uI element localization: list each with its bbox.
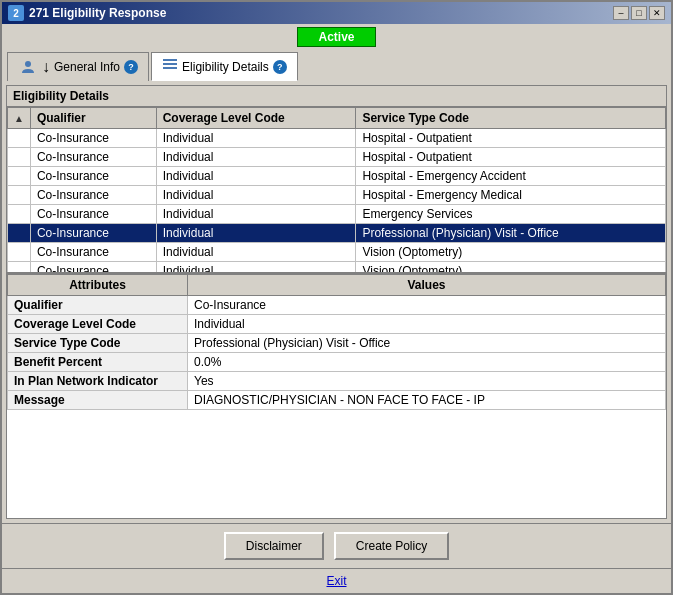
eligibility-panel: Eligibility Details ▲ Q [6, 85, 667, 519]
row-coverage: Individual [156, 148, 356, 167]
window-icon: 2 [8, 5, 24, 21]
table-section: ▲ Qualifier Coverage Level Code [7, 107, 666, 272]
tab-eligibility-details-label: Eligibility Details [182, 60, 269, 74]
row-sort-cell [8, 224, 31, 243]
attr-value: 0.0% [188, 353, 666, 372]
create-policy-button[interactable]: Create Policy [334, 532, 449, 560]
disclaimer-button[interactable]: Disclaimer [224, 532, 324, 560]
row-service: Hospital - Outpatient [356, 129, 666, 148]
svg-rect-3 [163, 67, 177, 69]
status-bar: Active [2, 24, 671, 50]
qualifier-col-header[interactable]: Qualifier [30, 108, 156, 129]
list-icon [162, 57, 178, 76]
row-sort-cell [8, 186, 31, 205]
row-qualifier: Co-Insurance [30, 186, 156, 205]
row-service: Vision (Optometry) [356, 243, 666, 262]
exit-bar: Exit [2, 568, 671, 593]
row-service: Professional (Physician) Visit - Office [356, 224, 666, 243]
values-header: Values [188, 275, 666, 296]
table-row[interactable]: Co-Insurance Individual Emergency Servic… [8, 205, 666, 224]
attributes-section: Attributes Values Qualifier Co-Insurance… [7, 272, 666, 518]
row-coverage: Individual [156, 243, 356, 262]
title-bar-buttons: – □ ✕ [613, 6, 665, 20]
attr-name: Benefit Percent [8, 353, 188, 372]
row-sort-cell [8, 262, 31, 273]
main-window: 2 271 Eligibility Response – □ ✕ Active … [0, 0, 673, 595]
sort-col-header[interactable]: ▲ [8, 108, 31, 129]
attr-row: Service Type Code Professional (Physicia… [8, 334, 666, 353]
row-service: Hospital - Outpatient [356, 148, 666, 167]
row-coverage: Individual [156, 167, 356, 186]
down-arrow-icon: ↓ [42, 58, 50, 76]
attr-value: Co-Insurance [188, 296, 666, 315]
svg-rect-1 [163, 59, 177, 61]
row-service: Hospital - Emergency Medical [356, 186, 666, 205]
sort-icon: ▲ [14, 113, 24, 124]
attr-row: Benefit Percent 0.0% [8, 353, 666, 372]
tab-general-info-label: General Info [54, 60, 120, 74]
attr-value: DIAGNOSTIC/PHYSICIAN - NON FACE TO FACE … [188, 391, 666, 410]
row-qualifier: Co-Insurance [30, 262, 156, 273]
attr-row: Coverage Level Code Individual [8, 315, 666, 334]
attr-row: Message DIAGNOSTIC/PHYSICIAN - NON FACE … [8, 391, 666, 410]
footer-buttons: Disclaimer Create Policy [2, 523, 671, 568]
panel-header: Eligibility Details [7, 86, 666, 107]
attr-value: Yes [188, 372, 666, 391]
row-sort-cell [8, 148, 31, 167]
close-button[interactable]: ✕ [649, 6, 665, 20]
row-qualifier: Co-Insurance [30, 129, 156, 148]
row-qualifier: Co-Insurance [30, 148, 156, 167]
row-qualifier: Co-Insurance [30, 224, 156, 243]
tab-general-info[interactable]: ↓ General Info ? [7, 52, 149, 81]
row-service: Emergency Services [356, 205, 666, 224]
status-badge: Active [297, 27, 375, 47]
table-row[interactable]: Co-Insurance Individual Vision (Optometr… [8, 262, 666, 273]
table-row[interactable]: Co-Insurance Individual Hospital - Emerg… [8, 186, 666, 205]
person-icon [18, 57, 38, 77]
help-icon-eligibility: ? [273, 60, 287, 74]
table-row[interactable]: Co-Insurance Individual Vision (Optometr… [8, 243, 666, 262]
coverage-col-header[interactable]: Coverage Level Code [156, 108, 356, 129]
attr-row: Qualifier Co-Insurance [8, 296, 666, 315]
window-title: 271 Eligibility Response [29, 6, 166, 20]
table-row[interactable]: Co-Insurance Individual Hospital - Outpa… [8, 129, 666, 148]
service-col-header[interactable]: Service Type Code [356, 108, 666, 129]
attr-name: In Plan Network Indicator [8, 372, 188, 391]
restore-button[interactable]: □ [631, 6, 647, 20]
row-sort-cell [8, 205, 31, 224]
row-coverage: Individual [156, 129, 356, 148]
svg-point-0 [25, 61, 31, 67]
table-row[interactable]: Co-Insurance Individual Hospital - Outpa… [8, 148, 666, 167]
table-row[interactable]: Co-Insurance Individual Hospital - Emerg… [8, 167, 666, 186]
help-icon-general: ? [124, 60, 138, 74]
minimize-button[interactable]: – [613, 6, 629, 20]
attr-header: Attributes [8, 275, 188, 296]
row-sort-cell [8, 129, 31, 148]
exit-link[interactable]: Exit [326, 574, 346, 588]
content-area: Eligibility Details ▲ Q [2, 81, 671, 523]
attr-name: Coverage Level Code [8, 315, 188, 334]
row-sort-cell [8, 243, 31, 262]
row-coverage: Individual [156, 262, 356, 273]
row-qualifier: Co-Insurance [30, 167, 156, 186]
attr-value: Individual [188, 315, 666, 334]
table-row[interactable]: Co-Insurance Individual Professional (Ph… [8, 224, 666, 243]
tab-eligibility-details[interactable]: Eligibility Details ? [151, 52, 298, 81]
eligibility-table: ▲ Qualifier Coverage Level Code [7, 107, 666, 272]
row-qualifier: Co-Insurance [30, 243, 156, 262]
title-bar-left: 2 271 Eligibility Response [8, 5, 166, 21]
attr-name: Message [8, 391, 188, 410]
table-scroll[interactable]: ▲ Qualifier Coverage Level Code [7, 107, 666, 272]
tabs-bar: ↓ General Info ? Eligibility Details ? [2, 50, 671, 81]
attr-name: Service Type Code [8, 334, 188, 353]
attributes-table: Attributes Values Qualifier Co-Insurance… [7, 274, 666, 410]
svg-rect-2 [163, 63, 177, 65]
title-bar: 2 271 Eligibility Response – □ ✕ [2, 2, 671, 24]
attr-value: Professional (Physician) Visit - Office [188, 334, 666, 353]
row-coverage: Individual [156, 224, 356, 243]
row-coverage: Individual [156, 186, 356, 205]
row-sort-cell [8, 167, 31, 186]
row-coverage: Individual [156, 205, 356, 224]
attr-name: Qualifier [8, 296, 188, 315]
attr-row: In Plan Network Indicator Yes [8, 372, 666, 391]
